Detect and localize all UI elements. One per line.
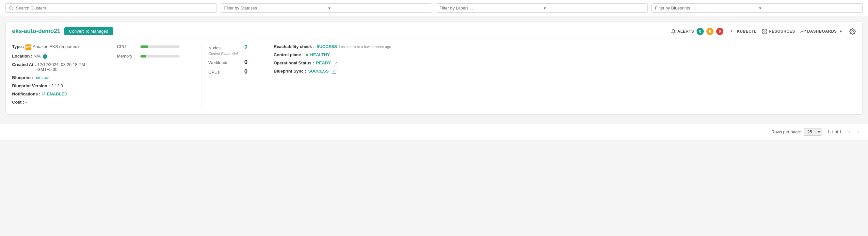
blueprint-sync-value: SUCCESS [308, 69, 329, 73]
alert-badge-2: 0 [716, 28, 723, 35]
resources-label: RESOURCES [769, 29, 795, 34]
reachability-label: Reachability check : [274, 44, 314, 49]
cluster-card: eks-auto-demo21 Convert To Managed ALERT… [5, 22, 863, 115]
kubectl-link[interactable]: KUBECTL [730, 29, 757, 34]
filter-labels-box[interactable]: Filter by Labels ... ▼ [436, 3, 648, 13]
rows-per-page-label: Rows per page: [771, 129, 801, 134]
header-right: ALERTS 0 0 0 KUBECTL [671, 28, 856, 35]
memory-label: Memory [117, 54, 136, 59]
workloads-label: Workloads [208, 60, 238, 65]
filter-blueprints-label: Filter by Blueprints ... [655, 5, 756, 10]
top-bar: Filter by Statuses ... ▼ Filter by Label… [0, 0, 868, 16]
info-created-row: Created At : 12/12/2024, 03:20:18 PM GMT… [12, 62, 103, 72]
cost-value: - [26, 100, 27, 105]
main-content: eks-auto-demo21 Convert To Managed ALERT… [0, 16, 868, 120]
dashboards-label: DASHBOARDS [807, 29, 837, 34]
info-blueprint-row: Blueprint : minimal [12, 75, 103, 80]
chevron-down-icon: ▼ [543, 6, 644, 10]
control-plane-label: Control plane : [274, 52, 304, 57]
rows-per-page-select[interactable]: 25 50 100 [804, 128, 822, 136]
resource-section: CPU Memory [110, 44, 202, 108]
prev-page-button[interactable]: ‹ [847, 128, 852, 135]
resources-icon [762, 29, 767, 34]
nodes-section: Nodes 2 Control-Plane: N/A Workloads 0 G… [202, 44, 267, 108]
cpu-progress-fill [141, 46, 148, 48]
blueprint-version-value: 2.12.0 [51, 83, 63, 88]
resources-link[interactable]: RESOURCES [762, 29, 795, 34]
bell-icon [671, 29, 676, 34]
alert-badge-0: 0 [696, 28, 704, 35]
nodes-label: Nodes [208, 46, 238, 50]
operational-value: READY [316, 60, 331, 65]
control-plane-row: Control plane : HEALTHY [274, 52, 849, 57]
svg-line-1 [12, 9, 12, 9]
action-links: KUBECTL RESOURCES DASHBOARDS ▼ [730, 29, 843, 34]
nodes-row: Nodes 2 [208, 44, 260, 51]
cluster-body: Type : AWS Amazon EKS (Imported) Locatio… [12, 44, 856, 108]
svg-point-7 [852, 30, 854, 32]
svg-rect-4 [765, 29, 767, 31]
control-plane-text: Control-Plane: N/A [208, 52, 260, 56]
cpu-progress-bar [141, 46, 180, 48]
info-type-row: Type : AWS Amazon EKS (Imported) [12, 44, 103, 50]
alerts-section: ALERTS 0 0 0 [671, 28, 723, 35]
next-page-button[interactable]: › [856, 128, 862, 135]
search-input[interactable] [16, 5, 213, 10]
blueprint-sync-row: Blueprint Sync : SUCCESS ↗ [274, 69, 849, 73]
chevron-down-icon: ▼ [758, 6, 859, 10]
status-section: Reachability check : SUCCESS Last check-… [267, 44, 856, 108]
cpu-row: CPU [117, 44, 195, 49]
search-icon [9, 6, 13, 10]
search-box[interactable] [5, 3, 217, 13]
footer-bar: Rows per page: 25 50 100 1-1 of 1 ‹ › [0, 124, 868, 140]
memory-row: Memory [117, 54, 195, 59]
alerts-label: ALERTS [671, 29, 694, 34]
type-label: Type : [12, 44, 24, 49]
operational-row: Operational Status : READY ↗ [274, 60, 849, 65]
filter-statuses-box[interactable]: Filter by Statuses ... ▼ [221, 3, 432, 13]
settings-icon[interactable] [849, 28, 856, 35]
cpu-label: CPU [117, 44, 136, 49]
info-location-row: Location : N/A i [12, 54, 103, 59]
blueprint-sync-label: Blueprint Sync : [274, 69, 306, 73]
filter-labels-label: Filter by Labels ... [439, 5, 540, 10]
location-value: N/A [34, 54, 41, 59]
external-link-icon[interactable]: ↗ [332, 69, 336, 73]
alert-badge-1: 0 [706, 28, 714, 35]
kubectl-label: KUBECTL [737, 29, 757, 34]
info-icon[interactable]: i [43, 54, 48, 59]
cluster-header: eks-auto-demo21 Convert To Managed ALERT… [12, 27, 856, 39]
svg-point-0 [9, 6, 12, 9]
filter-blueprints-box[interactable]: Filter by Blueprints ... ▼ [651, 3, 863, 13]
convert-to-managed-button[interactable]: Convert To Managed [64, 27, 113, 35]
blueprint-value[interactable]: minimal [35, 75, 49, 80]
eks-icon: AWS [26, 45, 31, 50]
terminal-icon [730, 29, 735, 34]
created-label: Created At : [12, 62, 36, 67]
svg-rect-5 [763, 32, 764, 33]
notifications-value: ENABLED [47, 91, 68, 96]
blueprint-label: Blueprint : [12, 75, 33, 80]
chart-icon [800, 29, 806, 34]
operational-label: Operational Status : [274, 60, 314, 65]
gpus-label: GPUs [208, 70, 238, 75]
pagination-nav: ‹ › [847, 128, 862, 135]
external-link-icon[interactable]: ↗ [334, 61, 338, 65]
memory-progress-bar [141, 55, 180, 58]
svg-rect-3 [763, 29, 764, 31]
info-cost-row: Cost : - [12, 100, 103, 105]
reachability-checkin: Last check-in a few seconds ago [339, 45, 391, 49]
rows-per-page: Rows per page: 25 50 100 [771, 128, 822, 136]
alerts-text: ALERTS [677, 29, 694, 34]
control-plane-value: HEALTHY [310, 52, 330, 57]
workloads-value: 0 [244, 59, 248, 66]
nodes-value: 2 [244, 44, 248, 51]
memory-progress-fill [141, 55, 146, 58]
chevron-down-icon: ▼ [328, 6, 429, 10]
notifications-label: Notifications : [12, 91, 40, 96]
gpus-value: 0 [244, 68, 248, 75]
status-dot-green [306, 54, 308, 56]
pagination-text: 1-1 of 1 [827, 129, 841, 134]
workloads-row: Workloads 0 [208, 59, 260, 66]
dashboards-link[interactable]: DASHBOARDS ▼ [800, 29, 843, 34]
